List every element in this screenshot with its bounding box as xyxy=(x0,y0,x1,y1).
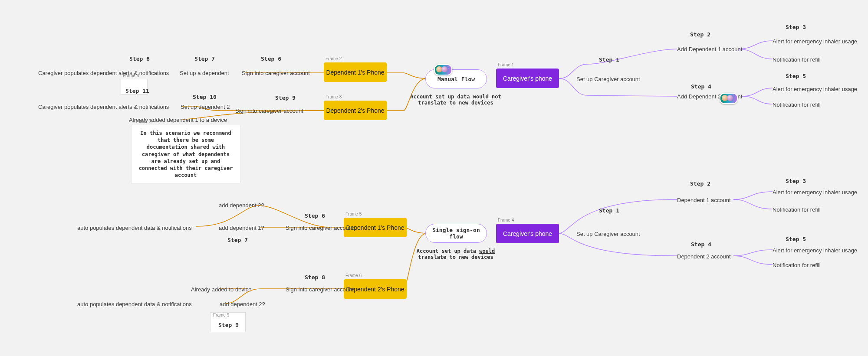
caregiver-populates-2: Caregiver populates dependent alerts & n… xyxy=(38,104,169,110)
step-5-label: Step 5 xyxy=(786,73,806,79)
step-9-label-sso: Step 9 xyxy=(218,322,239,328)
signin-caregiver-sso2: Sign into caregiver account xyxy=(286,286,354,293)
step-7-label-sso: Step 7 xyxy=(227,237,248,243)
step-2-label-sso: Step 2 xyxy=(690,180,710,187)
step-4-label-sso: Step 4 xyxy=(691,241,711,248)
flow-pill-sso: Single sign-on flow xyxy=(425,224,487,243)
caregiver-populates-1: Caregiver populates dependent alerts & n… xyxy=(38,70,169,76)
signin-caregiver-sso1: Sign into caregiver account xyxy=(286,225,354,231)
step-4-label: Step 4 xyxy=(691,83,711,90)
frame-7-note: Frame 7 In this scenario we recommend th… xyxy=(131,125,240,183)
frame-1-caregiver-phone: Frame 1 Caregiver's phone xyxy=(496,69,559,88)
step-1-label: Step 1 xyxy=(599,56,619,63)
step-7-label: Step 7 xyxy=(194,56,215,62)
auto-populates-1: auto populates dependent data & notifica… xyxy=(77,225,192,231)
alert-emerg-2: Alert for emergency inhaler usage xyxy=(773,86,857,92)
add-dep1-q: add dependent 1? xyxy=(219,225,264,231)
set-up-dep2-text: Set up dependent 2 xyxy=(181,104,230,110)
flow-caption-sso: Account set up data would translate to n… xyxy=(404,248,508,260)
setup-caregiver-text: Set up Caregiver account xyxy=(576,76,640,82)
step-3-label-sso: Step 3 xyxy=(786,178,806,184)
step-3-label: Step 3 xyxy=(786,24,806,30)
notify-refill-2: Notification for refill xyxy=(773,101,821,108)
step-6-label: Step 6 xyxy=(261,56,281,62)
alert-emerg-4: Alert for emergency inhaler usage xyxy=(773,247,857,254)
step-6-label-sso: Step 6 xyxy=(305,212,325,219)
avatar-cluster-1 xyxy=(434,64,452,75)
flow-caption-manual: Account set up data would not translate … xyxy=(404,94,508,106)
step-9-label: Step 9 xyxy=(275,95,296,101)
add-dep2-q: add dependent 2? xyxy=(219,202,264,209)
frame-3-dep2-phone: Frame 3 Dependent 2's Phone xyxy=(324,101,387,120)
frame-4-caregiver-phone: Frame 4 Caregiver's phone xyxy=(496,224,559,243)
step-11-label: Step 11 xyxy=(125,88,149,94)
signin-caregiver-2: Sign into caregiver account xyxy=(235,108,303,114)
frame-2-dep1-phone: Frame 2 Dependent 1's Phone xyxy=(324,62,387,82)
step-10-label: Step 10 xyxy=(193,94,217,100)
notify-refill-1: Notification for refill xyxy=(773,56,821,63)
step-5-label-sso: Step 5 xyxy=(786,236,806,242)
step-2-label: Step 2 xyxy=(690,31,710,38)
alert-emerg-1: Alert for emergency inhaler usage xyxy=(773,38,857,45)
set-up-dependent-text: Set up a dependent xyxy=(180,70,229,76)
setup-caregiver-text-sso: Set up Caregiver account xyxy=(576,231,640,237)
step-8-label: Step 8 xyxy=(129,56,150,62)
add-dep2-q-spaced: add dependent 2? xyxy=(220,301,265,307)
auto-populates-2: auto populates dependent data & notifica… xyxy=(77,301,192,307)
avatar-cluster-2 xyxy=(720,93,738,104)
notify-refill-4: Notification for refill xyxy=(773,262,821,268)
alert-emerg-3: Alert for emergency inhaler usage xyxy=(773,189,857,196)
step-1-label-sso: Step 1 xyxy=(599,207,619,214)
dep2-acct-text: Dependent 2 account xyxy=(677,253,731,260)
signin-caregiver-1: Sign into caregiver account xyxy=(242,70,310,76)
dep1-acct-text: Dependent 1 account xyxy=(677,197,731,203)
step-8-label-sso: Step 8 xyxy=(305,274,325,281)
add-dep1-text: Add Dependent 1 account xyxy=(677,46,742,52)
notify-refill-3: Notification for refill xyxy=(773,206,821,213)
already-added-device: Already added to device xyxy=(191,286,251,293)
